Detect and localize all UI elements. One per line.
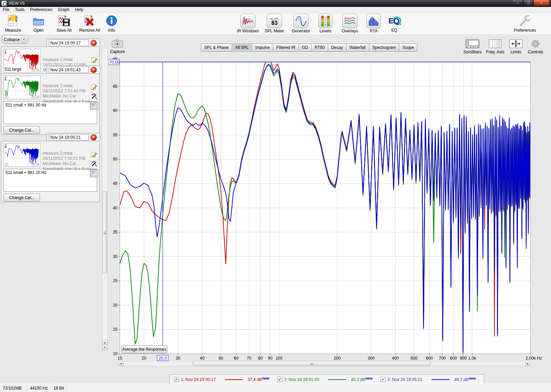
measurement-2-thumbnail[interactable]: 2 20 20.0k bbox=[3, 76, 41, 99]
open-button[interactable]: Open bbox=[28, 14, 50, 33]
status-bar: 72/102MB 44100 Hz 16 Bit bbox=[0, 384, 551, 392]
measurement-3-file: measure 2.mdat bbox=[43, 151, 90, 156]
remove-all-button[interactable]: Remove All bbox=[79, 14, 101, 33]
menu-preferences[interactable]: Preferences bbox=[27, 7, 55, 13]
change-cal-button[interactable]: Change Cal... bbox=[3, 194, 40, 202]
svg-text:70.00: 70.00 bbox=[109, 60, 119, 65]
tab-spl-phase[interactable]: SPL & Phase bbox=[201, 43, 232, 52]
limits-icon bbox=[508, 38, 523, 50]
measurement-2-name-field[interactable] bbox=[49, 66, 89, 73]
svg-text:40: 40 bbox=[200, 356, 205, 361]
average-responses-button[interactable]: Average the Responses bbox=[121, 345, 167, 353]
controls-button[interactable]: Controls bbox=[527, 38, 544, 54]
trace-1-new-tag: new bbox=[262, 376, 269, 380]
info-icon bbox=[104, 14, 119, 28]
trace-options-icon[interactable] bbox=[90, 92, 98, 100]
minimize-button[interactable]: – bbox=[512, 0, 523, 6]
open-folder-icon bbox=[31, 14, 46, 28]
svg-text:50: 50 bbox=[219, 356, 223, 361]
tab-all-spl[interactable]: All SPL bbox=[232, 43, 252, 52]
svg-text:0: 0 bbox=[325, 17, 326, 19]
remove-all-icon bbox=[82, 14, 97, 28]
measurement-2-notes[interactable]: 511 small + 991 30 Hz bbox=[3, 101, 97, 124]
svg-text:15: 15 bbox=[113, 327, 118, 332]
tab-gd[interactable]: GD bbox=[299, 43, 312, 52]
notes-icon[interactable] bbox=[90, 169, 98, 177]
limits-button[interactable]: Limits bbox=[508, 38, 524, 54]
levels-button[interactable]: 0 3 6 9 Levels bbox=[316, 14, 334, 33]
trace-3-value: 46.7 dB bbox=[454, 377, 468, 382]
svg-text:900: 900 bbox=[460, 356, 467, 361]
change-cal-button[interactable]: Change Cal... bbox=[3, 126, 40, 134]
tab-impulse[interactable]: Impulse bbox=[252, 43, 273, 52]
trace-legend: ✔ 1: Nov 24 19:00:17 37.4 dB new ✔ 2: No… bbox=[169, 374, 484, 384]
rta-button[interactable]: RTA bbox=[365, 14, 382, 33]
scroll-left-icon[interactable]: ◄ bbox=[118, 361, 123, 366]
info-button[interactable]: Info bbox=[104, 14, 119, 33]
svg-text:50: 50 bbox=[113, 157, 118, 162]
svg-text:EQ: EQ bbox=[388, 17, 399, 25]
edit-icon[interactable] bbox=[90, 83, 98, 91]
svg-text:80: 80 bbox=[258, 356, 263, 361]
scrollbar-thumb[interactable] bbox=[193, 361, 430, 366]
eq-button[interactable]: EQ EQ bbox=[386, 14, 402, 33]
tab-waterfall[interactable]: Waterfall bbox=[346, 43, 369, 52]
scroll-right-icon[interactable]: ► bbox=[526, 361, 530, 366]
scrollbar-thumb[interactable] bbox=[103, 192, 107, 273]
edit-icon[interactable] bbox=[90, 151, 98, 158]
freq-axis-button[interactable]: Freq. Axis bbox=[485, 38, 505, 54]
trace-2-value: 40.2 dB bbox=[351, 377, 365, 382]
svg-text:200: 200 bbox=[334, 356, 341, 361]
measurement-3-close-icon[interactable]: ✕ bbox=[91, 134, 97, 141]
sidebar-scrollbar[interactable]: ▲ ▼ bbox=[102, 48, 108, 350]
scroll-up-icon[interactable]: ▲ bbox=[102, 340, 107, 345]
measurement-3-name-field[interactable] bbox=[49, 134, 89, 141]
spl-chart[interactable]: 656055504540353025201510dB15203040506070… bbox=[108, 57, 551, 365]
trace-options-icon[interactable] bbox=[90, 160, 98, 167]
notes-icon[interactable] bbox=[90, 102, 98, 110]
measurement-1-name-field[interactable] bbox=[49, 40, 89, 46]
tab-scope[interactable]: Scope bbox=[399, 43, 417, 52]
restore-button[interactable]: ❐ bbox=[523, 0, 533, 6]
svg-text:60: 60 bbox=[113, 108, 118, 113]
spl-meter-button[interactable]: dB SPL 83 SPL Meter bbox=[263, 14, 285, 33]
menu-graph[interactable]: Graph bbox=[55, 7, 72, 13]
measure-button[interactable]: Measure bbox=[2, 14, 24, 33]
preferences-wrench-icon bbox=[518, 14, 532, 28]
measurement-3-thumbnail[interactable]: 3 20 20.0k bbox=[3, 143, 41, 167]
measurement-3-notes[interactable]: 511 small + 991 20 Hz bbox=[3, 169, 97, 192]
svg-text:30: 30 bbox=[176, 356, 180, 361]
measurement-1-thumbnail[interactable]: 1 511 large 20.0k bbox=[3, 49, 41, 72]
legend-entry-2: ✔ 2: Nov 24 19:01:43 40.2 dB new bbox=[273, 377, 376, 382]
scrollbars-button[interactable]: Scrollbars bbox=[462, 38, 482, 54]
tab-decay[interactable]: Decay bbox=[328, 43, 346, 52]
measurement-1-close-icon[interactable]: ✕ bbox=[91, 40, 97, 46]
ir-windows-button[interactable]: IR Windows bbox=[237, 14, 259, 33]
tab-rt60[interactable]: RT60 bbox=[312, 43, 328, 52]
graph-horizontal-scrollbar[interactable]: ◄ ► bbox=[118, 361, 530, 366]
overlays-button[interactable]: Overlays bbox=[339, 14, 361, 33]
legend-entry-1: ✔ 1: Nov 24 19:00:17 37.4 dB new bbox=[170, 377, 273, 382]
trace-2-label: 2: Nov 24 19:01:43 bbox=[284, 377, 328, 382]
collapse-button[interactable]: Collapse « bbox=[2, 35, 28, 44]
preferences-button[interactable]: Preferences bbox=[514, 14, 536, 33]
menu-help[interactable]: Help bbox=[72, 7, 86, 13]
menu-tools[interactable]: Tools bbox=[12, 7, 27, 13]
scroll-down-icon[interactable]: ▼ bbox=[102, 345, 107, 350]
measurement-2-soundcard: Soundcard: rew sb x-fi.cal bbox=[43, 99, 90, 104]
trace-1-checkbox[interactable]: ✔ bbox=[174, 377, 179, 382]
edit-icon[interactable] bbox=[91, 56, 98, 64]
svg-text:20: 20 bbox=[113, 303, 118, 308]
trace-3-checkbox[interactable]: ✔ bbox=[381, 377, 386, 382]
tab-filtered-ir[interactable]: Filtered IR bbox=[273, 43, 299, 52]
svg-text:65: 65 bbox=[113, 84, 118, 89]
svg-text:500: 500 bbox=[410, 356, 417, 361]
generator-button[interactable]: Generator bbox=[290, 14, 312, 33]
capture-button[interactable]: Capture bbox=[110, 39, 125, 54]
measurement-2-close-icon[interactable]: ✕ bbox=[91, 67, 97, 73]
trace-2-checkbox[interactable]: ✔ bbox=[277, 377, 282, 382]
tab-spectrogram[interactable]: Spectrogram bbox=[369, 43, 399, 52]
save-all-button[interactable]: Save All bbox=[53, 14, 75, 33]
close-button[interactable]: ✕ bbox=[533, 0, 550, 6]
menu-file[interactable]: File bbox=[0, 7, 12, 13]
